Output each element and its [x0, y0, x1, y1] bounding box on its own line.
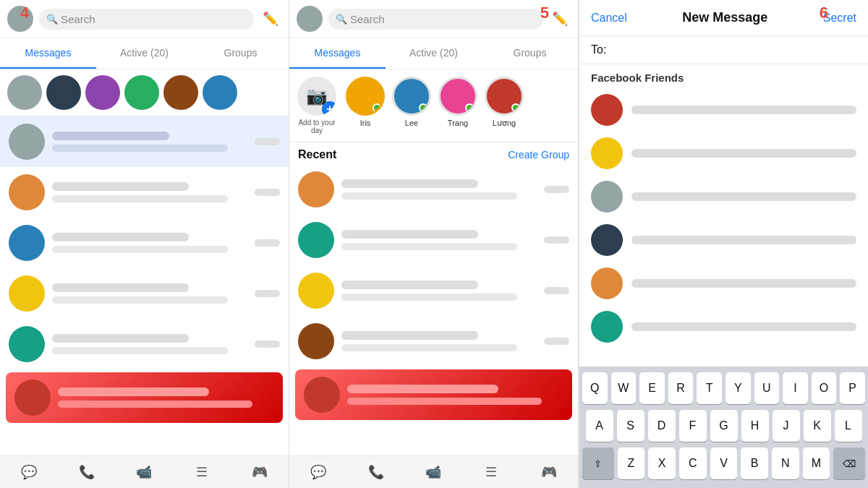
create-group-button[interactable]: Create Group	[508, 149, 569, 160]
calls-bottom-icon-r[interactable]: 📞	[366, 462, 386, 482]
story-add[interactable]: 📷 + Add to your day	[295, 77, 339, 134]
tab-groups-right[interactable]: Groups	[482, 38, 578, 69]
friend-avatar	[591, 311, 623, 343]
key-L[interactable]: L	[835, 410, 862, 442]
key-G[interactable]: G	[710, 410, 738, 442]
key-B[interactable]: B	[741, 448, 768, 479]
menu-bottom-icon-r[interactable]: ☰	[481, 462, 501, 482]
search-bar-right[interactable]: 🔍 Search	[328, 9, 543, 30]
story-luong[interactable]: Lương	[485, 77, 524, 134]
msg-time	[255, 138, 280, 145]
calls-bottom-icon[interactable]: 📞	[77, 462, 97, 482]
table-row[interactable]	[0, 268, 289, 319]
key-Y[interactable]: Y	[726, 372, 751, 404]
key-J[interactable]: J	[773, 410, 800, 442]
story-trang[interactable]: Trang	[438, 77, 477, 134]
table-row[interactable]	[295, 369, 572, 420]
list-item[interactable]	[579, 175, 868, 218]
msg-content	[347, 385, 563, 405]
key-K[interactable]: K	[804, 410, 831, 442]
messages-bottom-icon[interactable]: 💬	[19, 462, 39, 482]
list-item[interactable]	[579, 88, 868, 132]
new-message-title: New Message	[682, 10, 767, 25]
key-U[interactable]: U	[754, 372, 780, 404]
key-M[interactable]: M	[803, 448, 830, 479]
table-row[interactable]	[0, 167, 289, 218]
friend-name	[631, 279, 856, 288]
msg-name	[58, 388, 209, 396]
key-X[interactable]: X	[648, 448, 676, 479]
msg-avatar	[298, 323, 334, 359]
friend-name	[631, 106, 856, 114]
menu-bottom-icon[interactable]: ☰	[192, 462, 212, 482]
story-iris[interactable]: Iris	[346, 77, 385, 134]
to-input[interactable]	[612, 43, 856, 56]
key-F[interactable]: F	[679, 410, 707, 442]
table-row[interactable]	[0, 319, 289, 369]
key-C[interactable]: C	[679, 448, 707, 479]
tab-groups-left[interactable]: Groups	[192, 38, 289, 69]
key-N[interactable]: N	[772, 448, 799, 479]
key-A[interactable]: A	[586, 410, 613, 442]
msg-content	[52, 132, 247, 152]
key-O[interactable]: O	[812, 372, 837, 404]
video-bottom-icon-r[interactable]: 📹	[423, 462, 443, 482]
msg-time	[544, 186, 569, 193]
key-Q[interactable]: Q	[582, 372, 608, 404]
list-item[interactable]	[579, 218, 868, 262]
contact-avatar-3	[85, 75, 120, 110]
table-row[interactable]	[0, 116, 289, 167]
msg-content	[52, 233, 247, 253]
keyboard-row-1: Q W E R T Y U I O P	[582, 372, 865, 404]
story-name-trang: Trang	[448, 119, 468, 127]
search-bar-left[interactable]: 🔍 Search	[39, 9, 254, 30]
friend-avatar	[591, 137, 623, 169]
friend-name	[631, 236, 856, 244]
key-H[interactable]: H	[741, 410, 769, 442]
cancel-button[interactable]: Cancel	[591, 12, 627, 25]
table-row[interactable]	[289, 215, 578, 265]
compose-icon-right[interactable]: ✏️	[549, 8, 571, 30]
key-I[interactable]: I	[783, 372, 808, 404]
contact-avatar-4	[124, 75, 159, 110]
key-W[interactable]: W	[611, 372, 637, 404]
table-row[interactable]	[289, 164, 578, 215]
to-label: To:	[591, 43, 606, 56]
step-6-label: 6	[820, 4, 828, 22]
tab-messages-right[interactable]: Messages	[289, 38, 386, 69]
key-T[interactable]: T	[697, 372, 722, 404]
key-R[interactable]: R	[668, 372, 694, 404]
list-item[interactable]	[579, 132, 868, 175]
key-Z[interactable]: Z	[618, 448, 645, 479]
keyboard-row-2: A S D F G H J K L	[582, 410, 865, 442]
key-S[interactable]: S	[617, 410, 644, 442]
tab-active-right[interactable]: Active (20)	[386, 38, 482, 69]
msg-preview	[52, 296, 228, 304]
msg-avatar	[14, 380, 51, 416]
messages-bottom-icon-r[interactable]: 💬	[308, 462, 328, 482]
tab-messages-left[interactable]: Messages	[0, 38, 96, 69]
search-container-left: 🔍 Search	[39, 9, 254, 30]
key-V[interactable]: V	[710, 448, 738, 479]
story-lee[interactable]: Lee	[392, 77, 431, 134]
table-row[interactable]	[289, 316, 578, 367]
list-item[interactable]	[579, 305, 868, 348]
list-item[interactable]	[579, 262, 868, 305]
tab-active-left[interactable]: Active (20)	[96, 38, 192, 69]
key-D[interactable]: D	[648, 410, 676, 442]
key-shift[interactable]: ⇧	[582, 448, 614, 479]
table-row[interactable]	[6, 372, 283, 423]
compose-icon-left[interactable]: ✏️	[260, 8, 281, 30]
table-row[interactable]	[0, 218, 289, 268]
table-row[interactable]	[289, 265, 578, 316]
games-bottom-icon-r[interactable]: 🎮	[539, 462, 559, 482]
online-indicator-lee	[419, 103, 427, 112]
key-P[interactable]: P	[840, 372, 865, 404]
story-avatar-add: 📷 +	[297, 77, 336, 116]
games-bottom-icon[interactable]: 🎮	[250, 462, 270, 482]
key-E[interactable]: E	[639, 372, 665, 404]
left-header: 🔍 Search ✏️	[0, 0, 289, 38]
contact-avatar-5	[163, 75, 198, 110]
video-bottom-icon[interactable]: 📹	[134, 462, 154, 482]
key-delete[interactable]: ⌫	[833, 448, 865, 479]
